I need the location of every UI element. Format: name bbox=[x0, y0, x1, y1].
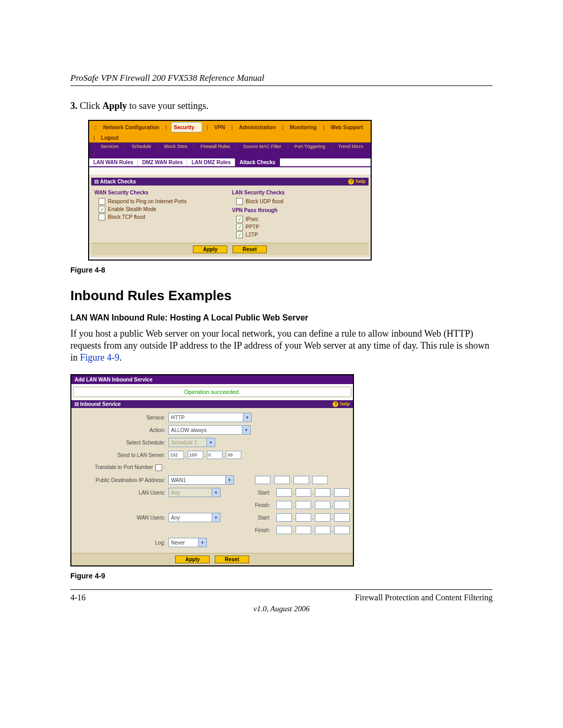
check-block-tcp[interactable]: Block TCP flood bbox=[94, 213, 228, 221]
select-pubdest[interactable]: WAN1▾ bbox=[168, 475, 234, 485]
label-lanusers: LAN Users: bbox=[77, 490, 165, 496]
label-wanusers: WAN Users: bbox=[77, 515, 165, 521]
version-line: v1.0, August 2006 bbox=[70, 604, 493, 613]
chevron-down-icon: ▾ bbox=[242, 426, 250, 434]
select-action[interactable]: ALLOW always▾ bbox=[168, 425, 251, 435]
ip-lan-start[interactable]: ... bbox=[276, 488, 349, 497]
translate-checkbox[interactable] bbox=[155, 464, 162, 471]
button-row: Apply Reset bbox=[91, 243, 369, 255]
check-block-udp[interactable]: Block UDP flood bbox=[232, 198, 365, 205]
check-respond-ping[interactable]: Respond to Ping on Internet Ports bbox=[94, 198, 228, 205]
nav-monitoring[interactable]: Monitoring bbox=[288, 124, 319, 131]
check-l2tp[interactable]: ✓L2TP bbox=[232, 231, 365, 239]
nav-web-support[interactable]: Web Support bbox=[328, 124, 365, 131]
checkbox-icon: ✓ bbox=[99, 206, 105, 213]
subsection-heading: LAN WAN Inbound Rule: Hosting A Local Pu… bbox=[70, 313, 493, 323]
apply-button[interactable]: Apply bbox=[175, 556, 210, 563]
apply-button[interactable]: Apply bbox=[193, 245, 227, 253]
figure-4-8-caption: Figure 4-8 bbox=[70, 266, 493, 274]
chevron-down-icon: ▾ bbox=[212, 513, 220, 522]
label-log: Log: bbox=[77, 540, 165, 546]
nav-network-config[interactable]: Network Configuration bbox=[101, 124, 162, 131]
help-link[interactable]: ?help bbox=[333, 401, 350, 407]
lan-security-column: LAN Security Checks Block UDP flood VPN … bbox=[232, 190, 365, 239]
label-finish: Finish: bbox=[255, 502, 273, 508]
help-icon: ? bbox=[333, 401, 338, 407]
nav-logout[interactable]: Logout bbox=[99, 134, 121, 141]
secondary-nav: :: Services:: Schedule:: Block Sites:: F… bbox=[89, 143, 371, 157]
ip-octet-3[interactable]: 0 bbox=[207, 451, 223, 459]
label-pubdest: Public Destination IP Address: bbox=[77, 477, 165, 483]
add-service-titlebar: Add LAN WAN Inbound Service bbox=[71, 375, 353, 384]
inbound-service-title: ⊟ Inbound Service bbox=[75, 401, 121, 407]
page-footer: 4-16 Firewall Protection and Content Fil… bbox=[70, 589, 493, 602]
checkbox-icon bbox=[99, 198, 105, 205]
step-number: 3. bbox=[70, 101, 78, 111]
select-log[interactable]: Never▾ bbox=[168, 538, 207, 547]
page-number: 4-16 bbox=[70, 593, 85, 602]
subnav-source-mac[interactable]: Source MAC Filter bbox=[241, 144, 283, 149]
select-service[interactable]: HTTP▾ bbox=[168, 413, 252, 422]
step-text-pre: Click bbox=[78, 101, 103, 111]
nav-security[interactable]: Security bbox=[171, 122, 202, 132]
chevron-down-icon: ▾ bbox=[212, 488, 220, 497]
check-pptp[interactable]: ✓PPTP bbox=[232, 223, 365, 231]
tab-dmz-wan-rules[interactable]: DMZ WAN Rules bbox=[138, 158, 188, 166]
label-finish-2: Finish: bbox=[255, 527, 273, 533]
reset-button[interactable]: Reset bbox=[232, 245, 266, 253]
tertiary-tabs: LAN WAN Rules DMZ WAN Rules LAN DMZ Rule… bbox=[89, 157, 371, 167]
lan-header: LAN Security Checks bbox=[232, 190, 365, 195]
checkbox-icon: ✓ bbox=[236, 224, 243, 230]
ip-octet-4[interactable]: 99 bbox=[226, 451, 241, 459]
inbound-form: Service: HTTP▾ Action: ALLOW always▾ Sel… bbox=[71, 408, 353, 553]
help-link[interactable]: ?help bbox=[348, 179, 365, 184]
status-message: Operation succeeded. bbox=[73, 387, 351, 397]
nav-vpn[interactable]: VPN bbox=[212, 124, 227, 131]
label-service: Service: bbox=[77, 415, 165, 421]
chapter-title: Firewall Protection and Content Filterin… bbox=[355, 593, 493, 602]
label-start-2: Start: bbox=[255, 515, 273, 521]
ip-octet-1[interactable]: 192 bbox=[168, 451, 184, 459]
check-ipsec[interactable]: ✓IPsec bbox=[232, 215, 365, 223]
subnav-block-sites[interactable]: Block Sites bbox=[163, 144, 189, 149]
checkbox-icon: ✓ bbox=[236, 216, 243, 223]
ip-send-to[interactable]: 192. 168. 0. 99 bbox=[168, 451, 252, 459]
ip-pubdest[interactable]: ... bbox=[255, 476, 328, 484]
checkbox-icon: ✓ bbox=[236, 231, 243, 238]
nav-administration[interactable]: Administration bbox=[237, 124, 278, 131]
vpn-header: VPN Pass through bbox=[232, 207, 365, 213]
button-row-2: Apply Reset bbox=[71, 553, 353, 565]
tab-attack-checks[interactable]: Attack Checks bbox=[235, 158, 280, 166]
check-stealth-mode[interactable]: ✓Enable Stealth Mode bbox=[94, 205, 228, 213]
ip-lan-finish[interactable]: ... bbox=[276, 501, 349, 509]
ip-octet-2[interactable]: 168 bbox=[188, 451, 203, 459]
section-heading: Inbound Rules Examples bbox=[70, 288, 493, 304]
running-head: ProSafe VPN Firewall 200 FVX538 Referenc… bbox=[70, 73, 493, 86]
label-translate: Translate to Port Number : bbox=[77, 464, 165, 471]
label-action: Action: bbox=[77, 427, 165, 433]
checkbox-icon bbox=[236, 198, 243, 205]
chevron-down-icon: ▾ bbox=[225, 476, 234, 484]
figure-4-9-link[interactable]: Figure 4-9 bbox=[80, 352, 120, 363]
tab-lan-dmz-rules[interactable]: LAN DMZ Rules bbox=[187, 158, 235, 166]
help-icon: ? bbox=[348, 179, 354, 184]
label-schedule: Select Schedule: bbox=[77, 440, 165, 446]
attack-checks-panel: ⊟ Attack Checks ?help WAN Security Check… bbox=[89, 175, 371, 257]
ip-wan-finish[interactable]: ... bbox=[276, 526, 349, 534]
label-start: Start: bbox=[255, 490, 273, 496]
reset-button[interactable]: Reset bbox=[215, 556, 249, 563]
select-wanusers[interactable]: Any▾ bbox=[168, 513, 221, 522]
figure-4-8: :: Network Configuration| Security| VPN|… bbox=[88, 120, 372, 261]
checkbox-icon bbox=[99, 214, 105, 220]
wan-header: WAN Security Checks bbox=[94, 190, 228, 195]
figure-4-9-caption: Figure 4-9 bbox=[70, 572, 493, 580]
subnav-services[interactable]: Services bbox=[99, 144, 120, 149]
tab-lan-wan-rules[interactable]: LAN WAN Rules bbox=[89, 158, 138, 166]
select-schedule: Schedule 1▾ bbox=[168, 438, 215, 447]
subnav-port-triggering[interactable]: Port Triggering bbox=[293, 144, 327, 149]
subnav-firewall-rules[interactable]: Firewall Rules bbox=[199, 144, 232, 149]
subnav-schedule[interactable]: Schedule bbox=[130, 144, 153, 149]
ip-wan-start[interactable]: ... bbox=[276, 513, 349, 522]
body-paragraph: If you host a public Web server on your … bbox=[70, 328, 493, 364]
subnav-trend-micro[interactable]: Trend Micro bbox=[337, 144, 365, 149]
